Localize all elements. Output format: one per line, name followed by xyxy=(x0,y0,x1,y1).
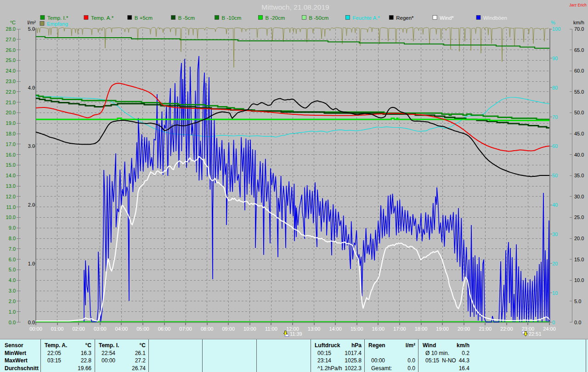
svg-text:16.0: 16.0 xyxy=(6,152,16,158)
svg-text:19:00: 19:00 xyxy=(436,326,449,332)
svg-text:13.0: 13.0 xyxy=(6,183,16,189)
svg-text:24.0: 24.0 xyxy=(6,68,16,73)
svg-text:3.0: 3.0 xyxy=(9,288,16,293)
svg-text:06:00: 06:00 xyxy=(158,326,171,332)
svg-text:0: 0 xyxy=(552,320,555,325)
svg-text:°C: °C xyxy=(10,20,16,25)
svg-text:9.0: 9.0 xyxy=(9,225,16,231)
svg-text:Regen*: Regen* xyxy=(396,15,414,21)
svg-text:Windböen: Windböen xyxy=(483,15,507,21)
svg-text:10:00: 10:00 xyxy=(243,326,256,332)
svg-text:20.0: 20.0 xyxy=(6,110,16,115)
svg-text:Wind*: Wind* xyxy=(440,15,454,21)
svg-text:Feuchte A.*: Feuchte A.* xyxy=(352,15,380,21)
svg-text:13:00: 13:00 xyxy=(308,326,321,332)
svg-text:17:00: 17:00 xyxy=(393,326,406,332)
svg-text:35.0: 35.0 xyxy=(574,173,584,178)
svg-text:0.0: 0.0 xyxy=(9,320,16,325)
svg-text:4.0: 4.0 xyxy=(9,277,16,283)
svg-text:B +5cm: B +5cm xyxy=(135,15,153,21)
svg-text:3.0: 3.0 xyxy=(28,143,35,149)
svg-text:22.0: 22.0 xyxy=(6,89,16,95)
svg-text:16:00: 16:00 xyxy=(372,326,385,332)
svg-text:26.0: 26.0 xyxy=(6,47,16,53)
svg-text:2.0: 2.0 xyxy=(28,202,35,208)
svg-text:5.0: 5.0 xyxy=(9,267,16,272)
svg-text:18.0: 18.0 xyxy=(6,131,16,136)
svg-text:15.0: 15.0 xyxy=(6,162,16,168)
svg-text:09:00: 09:00 xyxy=(222,326,235,332)
svg-text:24:00: 24:00 xyxy=(543,326,556,332)
svg-text:30: 30 xyxy=(552,231,558,237)
svg-text:l/m²: l/m² xyxy=(28,20,36,25)
svg-text:1.0: 1.0 xyxy=(28,261,35,266)
svg-text:km/h: km/h xyxy=(573,20,584,25)
svg-text:50.0: 50.0 xyxy=(574,110,584,115)
svg-text:20: 20 xyxy=(552,261,558,266)
svg-text:05:00: 05:00 xyxy=(136,326,149,332)
svg-text:Mittwoch, 21.08.2019: Mittwoch, 21.08.2019 xyxy=(261,3,329,11)
svg-text:1.0: 1.0 xyxy=(9,309,16,315)
svg-text:100: 100 xyxy=(552,26,560,32)
svg-text:21:00: 21:00 xyxy=(479,326,492,332)
svg-text:00:00: 00:00 xyxy=(29,326,42,332)
svg-text:22:51: 22:51 xyxy=(529,331,542,337)
svg-text:25.0: 25.0 xyxy=(574,214,584,220)
svg-text:%: % xyxy=(551,20,555,25)
svg-text:20:00: 20:00 xyxy=(458,326,470,332)
svg-text:70: 70 xyxy=(552,114,558,120)
svg-text:04:00: 04:00 xyxy=(115,326,128,332)
svg-text:4.0: 4.0 xyxy=(28,85,35,90)
svg-text:07:00: 07:00 xyxy=(179,326,192,332)
svg-text:14:00: 14:00 xyxy=(329,326,342,332)
svg-text:21.0: 21.0 xyxy=(6,100,16,105)
svg-text:7.0: 7.0 xyxy=(9,246,16,252)
svg-text:60: 60 xyxy=(552,143,558,149)
svg-text:18:00: 18:00 xyxy=(415,326,428,332)
svg-text:11:39: 11:39 xyxy=(290,331,302,337)
svg-text:10.0: 10.0 xyxy=(574,277,584,283)
svg-text:25.0: 25.0 xyxy=(6,57,16,63)
svg-text:01:00: 01:00 xyxy=(51,326,64,332)
svg-text:20.0: 20.0 xyxy=(574,236,584,241)
svg-text:11.0: 11.0 xyxy=(6,204,16,210)
svg-text:15:00: 15:00 xyxy=(351,326,363,332)
svg-text:19.0: 19.0 xyxy=(6,120,16,126)
svg-text:50: 50 xyxy=(552,173,558,178)
svg-text:65.0: 65.0 xyxy=(574,47,584,53)
svg-text:11:00: 11:00 xyxy=(265,326,277,332)
svg-text:22:00: 22:00 xyxy=(500,326,513,332)
svg-text:0.0: 0.0 xyxy=(28,320,35,325)
svg-text:B -50cm: B -50cm xyxy=(309,15,328,21)
svg-text:23.0: 23.0 xyxy=(6,79,16,84)
svg-text:90: 90 xyxy=(552,56,558,61)
svg-text:Jarz Erich: Jarz Erich xyxy=(569,3,587,7)
svg-text:80: 80 xyxy=(552,85,558,90)
svg-text:B -20cm: B -20cm xyxy=(266,15,285,21)
svg-text:17.0: 17.0 xyxy=(6,141,16,147)
svg-text:Temp. A.*: Temp. A.* xyxy=(91,15,114,21)
svg-text:27.0: 27.0 xyxy=(6,37,16,42)
svg-text:15.0: 15.0 xyxy=(574,257,584,262)
svg-text:40.0: 40.0 xyxy=(574,152,584,158)
svg-text:B -5cm: B -5cm xyxy=(178,15,195,21)
svg-text:30.0: 30.0 xyxy=(574,194,584,199)
svg-text:40: 40 xyxy=(552,202,558,208)
svg-text:5.0: 5.0 xyxy=(28,26,35,32)
svg-text:10: 10 xyxy=(552,290,558,296)
svg-text:12.0: 12.0 xyxy=(6,194,16,199)
svg-text:14.0: 14.0 xyxy=(6,173,16,178)
svg-text:8.0: 8.0 xyxy=(9,236,16,241)
svg-text:B -10cm: B -10cm xyxy=(222,15,242,21)
svg-text:2.0: 2.0 xyxy=(9,299,16,304)
svg-text:10.0: 10.0 xyxy=(6,214,16,220)
svg-text:Temp. I.*: Temp. I.* xyxy=(47,15,68,21)
svg-text:5.0: 5.0 xyxy=(574,299,581,304)
svg-text:70.0: 70.0 xyxy=(574,26,584,32)
svg-text:28.0: 28.0 xyxy=(6,26,16,32)
svg-text:02:00: 02:00 xyxy=(72,326,85,332)
svg-text:03:00: 03:00 xyxy=(94,326,107,332)
svg-text:45.0: 45.0 xyxy=(574,131,584,136)
svg-text:08:00: 08:00 xyxy=(201,326,214,332)
svg-text:6.0: 6.0 xyxy=(9,257,16,262)
